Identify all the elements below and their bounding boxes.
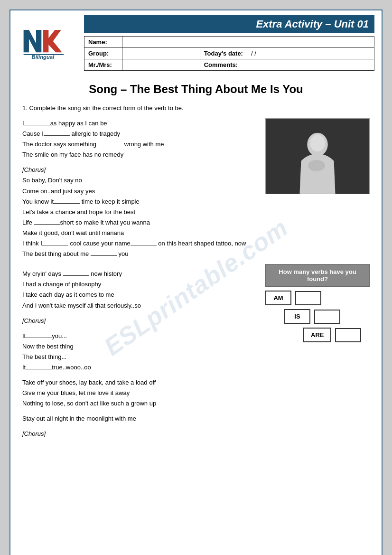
logo-area: Bilingual: [18, 23, 75, 63]
is-cell: IS: [284, 309, 310, 324]
is-row: IS: [284, 309, 370, 324]
lyrics-right: [265, 118, 370, 194]
lyric-line: Ittrue..wooo..oo: [22, 362, 258, 373]
lyrics-verse2: My cryin' days now history I had a chang…: [22, 264, 258, 439]
lower-section: My cryin' days now history I had a chang…: [22, 264, 370, 439]
lyric-line: Come on..and just say yes: [22, 186, 258, 197]
svg-point-6: [308, 160, 325, 171]
lyric-line: The best thing about me you: [22, 249, 258, 259]
svg-text:Bilingual: Bilingual: [32, 54, 55, 60]
header: Bilingual Extra Activity – Unit 01 Name:…: [10, 10, 382, 71]
verb-question: How many verbs have you found?: [265, 264, 370, 287]
lyric-line: You know it time to keep it simple: [22, 197, 258, 207]
am-cell: AM: [265, 291, 291, 305]
lyric-line: And I won't take myself all that serious…: [22, 301, 258, 311]
chorus-label-3: [Chorus]: [22, 429, 258, 439]
lyric-line: Let's take a chance and hope for the bes…: [22, 207, 258, 217]
form-table: Name: Group: Today's date: / / Mr./Mrs: …: [84, 36, 374, 71]
svg-marker-1: [43, 30, 62, 52]
svg-marker-0: [24, 30, 42, 52]
lyric-line: Take off your shoes, lay back, and take …: [22, 377, 258, 388]
singer-image: [265, 118, 370, 194]
group-value: [122, 48, 200, 59]
lyric-line: Give me your blues, let me love it away: [22, 388, 258, 398]
lyric-line: Ityou...: [22, 331, 258, 341]
am-row: AM: [265, 291, 370, 305]
date-label: Today's date:: [200, 48, 247, 59]
lyric-line: The smile on my face has no remedy: [22, 150, 258, 160]
verb-box: How many verbs have you found? AM IS ARE: [265, 264, 370, 342]
name-value: [122, 37, 374, 48]
lyric-line: Life short so make it what you wanna: [22, 217, 258, 228]
are-input[interactable]: [335, 328, 361, 342]
lyric-line: Cause I allergic to tragedy: [22, 129, 258, 139]
lyric-line: Ias happy as I can be: [22, 118, 258, 129]
lyric-line: I take each day as it comes to me: [22, 290, 258, 300]
chorus-label: [Chorus]: [22, 165, 258, 175]
am-input[interactable]: [295, 291, 321, 305]
lyric-line: Stay out all night in the moonlight with…: [22, 414, 258, 424]
page: ESLprintable.com Bilingual Extra Activit…: [9, 9, 383, 555]
are-cell: ARE: [303, 328, 331, 342]
date-value: / /: [247, 48, 374, 59]
lyric-line: The doctor says something wrong with me: [22, 139, 258, 150]
chorus-label-2: [Chorus]: [22, 316, 258, 326]
song-title: Song – The Best Thing About Me Is You: [22, 83, 370, 96]
title-bar: Extra Activity – Unit 01: [84, 15, 374, 33]
lyrics-section-top: Ias happy as I can be Cause I allergic t…: [22, 118, 370, 259]
mr-label: Mr./Mrs:: [84, 59, 122, 71]
content: Song – The Best Thing About Me Is You 1.…: [10, 71, 382, 447]
lyric-line: So baby, Don't say no: [22, 175, 258, 186]
are-row: ARE: [303, 328, 370, 342]
lyric-line: I had a change of philosophy: [22, 279, 258, 290]
lyric-line: Nothing to lose, so don't act like such …: [22, 398, 258, 409]
is-input[interactable]: [314, 310, 340, 324]
logo-icon: Bilingual: [18, 23, 70, 61]
lyric-line: My cryin' days now history: [22, 269, 258, 279]
lyric-line: The best thing...: [22, 352, 258, 362]
comments-value: [247, 59, 374, 71]
lyric-line: Now the best thing: [22, 341, 258, 352]
lyrics-verse1: Ias happy as I can be Cause I allergic t…: [22, 118, 258, 259]
mr-value: [122, 59, 200, 71]
name-label: Name:: [84, 37, 122, 48]
lyric-line: I think I cool cause your name on this h…: [22, 238, 258, 249]
header-right: Extra Activity – Unit 01 Name: Group: To…: [84, 15, 374, 71]
svg-point-7: [310, 135, 325, 152]
comments-label: Comments:: [200, 59, 247, 71]
lyric-line: Make it good, don't wait until mañana: [22, 228, 258, 238]
group-label: Group:: [84, 48, 122, 59]
instruction: 1. Complete the song sin the correct for…: [22, 104, 370, 112]
